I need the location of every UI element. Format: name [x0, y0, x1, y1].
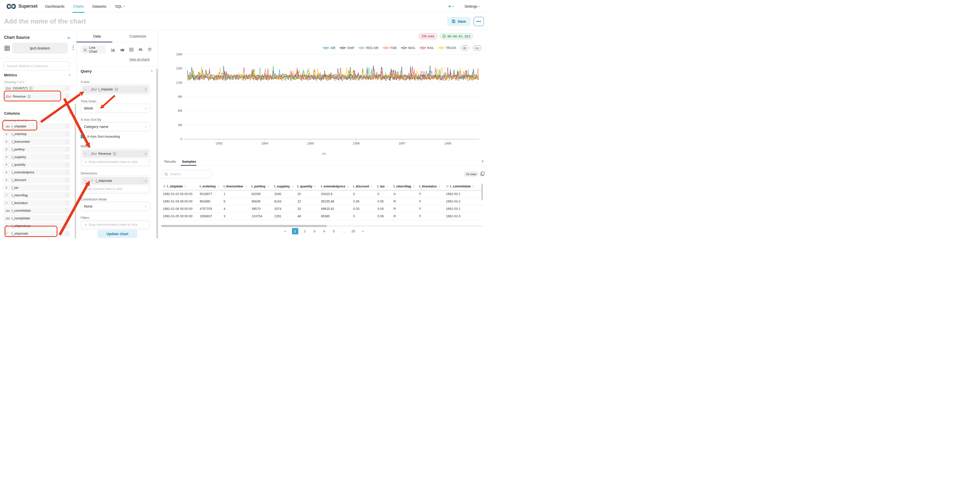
nav-item-sql[interactable]: SQL▾: [111, 0, 129, 13]
vscrollbar-thumb[interactable]: [481, 183, 483, 201]
page-20[interactable]: 20: [350, 228, 356, 235]
page-ellipsis[interactable]: …: [340, 228, 347, 235]
sort-by-select[interactable]: Category name ∨: [81, 122, 150, 131]
sort-icon[interactable]: [371, 185, 372, 188]
metrics-drop-zone[interactable]: + Drop columns/metrics here or click: [82, 159, 149, 165]
drag-handle-icon[interactable]: [66, 124, 68, 128]
table-header-l-returnflag[interactable]: l_returnflag: [392, 183, 418, 190]
column-item-l-returnflag[interactable]: ?l_returnflag: [3, 192, 70, 199]
drag-handle-icon[interactable]: [66, 209, 68, 213]
remove-icon[interactable]: ×: [82, 150, 89, 158]
drag-handle-icon[interactable]: [66, 140, 68, 144]
table-header-l-discount[interactable]: l_discount: [352, 183, 376, 190]
sort-icon[interactable]: [387, 185, 388, 188]
column-item-l-shipmode[interactable]: ?l_shipmode: [3, 230, 70, 237]
viz-type-line-chart[interactable]: Line Chart: [81, 45, 106, 54]
rows-count-badge[interactable]: 10k rows: [418, 33, 438, 39]
contribution-mode-select[interactable]: None ∨: [81, 202, 150, 211]
table-header-l-suppkey[interactable]: l_suppkey: [273, 183, 296, 190]
collapse-panel-icon[interactable]: ⇤: [68, 35, 71, 41]
drag-handle-icon[interactable]: [66, 231, 68, 236]
drag-handle-icon[interactable]: [66, 94, 68, 99]
viz-type-big-number[interactable]: 4k: [136, 48, 145, 51]
sort-icon[interactable]: [267, 185, 269, 188]
chevron-right-icon[interactable]: [142, 150, 149, 158]
remove-icon[interactable]: ×: [82, 177, 89, 185]
table-header-l-partkey[interactable]: l_partkey: [250, 183, 273, 190]
column-item-l-commitdate[interactable]: abcl_commitdate: [3, 207, 70, 214]
drag-handle-icon[interactable]: [66, 155, 68, 159]
gear-icon[interactable]: ⚙: [163, 184, 166, 188]
drag-handle-icon[interactable]: [66, 170, 68, 174]
dimensions-drop-zone[interactable]: Drop columns here or click: [82, 186, 149, 192]
drag-handle-icon[interactable]: [66, 193, 68, 198]
table-header-l-orderkey[interactable]: l_orderkey: [198, 183, 222, 190]
sort-icon[interactable]: [347, 185, 348, 188]
legend-item-air[interactable]: AIR: [323, 46, 335, 50]
remove-icon[interactable]: ×: [82, 86, 89, 93]
column-item-l-orderkey[interactable]: #l_orderkey: [3, 131, 70, 137]
sort-icon[interactable]: [245, 185, 247, 188]
legend-item-fob[interactable]: FOB: [383, 46, 396, 50]
legend-item-rail[interactable]: RAIL: [420, 46, 434, 50]
tab-data[interactable]: Data: [76, 30, 118, 42]
samples-table-wrap[interactable]: ⚙l_shipdatel_orderkeyl_linenumberl_partk…: [161, 183, 483, 224]
drag-handle-icon[interactable]: [66, 132, 68, 136]
table-header-l-linenumber[interactable]: l_linenumber: [222, 183, 250, 190]
tab-samples[interactable]: Samples: [182, 157, 196, 166]
sort-icon[interactable]: [185, 185, 186, 188]
legend-item-truck[interactable]: TRUCK: [438, 46, 456, 50]
update-chart-button[interactable]: Update chart: [97, 230, 137, 238]
drag-handle-icon[interactable]: [66, 163, 68, 167]
dimension-value-pill[interactable]: × ? l_shipmode: [82, 177, 149, 185]
more-options-button[interactable]: •••: [474, 17, 484, 26]
page-3[interactable]: 3: [311, 228, 318, 235]
tab-results[interactable]: Results: [164, 157, 176, 166]
legend-button-all[interactable]: All: [461, 45, 469, 50]
viz-type-table[interactable]: [127, 48, 136, 51]
metric-item-revenue[interactable]: ƒ(x)Revenue: [3, 93, 70, 100]
nav-item-charts[interactable]: Charts: [69, 0, 88, 13]
viz-type-pie-chart[interactable]: [145, 48, 154, 51]
column-item-l-discount[interactable]: #l_discount: [3, 177, 70, 183]
sort-icon[interactable]: [218, 185, 219, 188]
legend-item-reg-air[interactable]: REG AIR: [359, 46, 379, 50]
column-item-l-linestatus[interactable]: ?l_linestatus: [3, 200, 70, 206]
nav-item-datasets[interactable]: Datasets: [88, 0, 111, 13]
chevron-up-icon[interactable]: ∧: [151, 69, 153, 72]
time-grain-select[interactable]: Week ∨: [81, 104, 150, 113]
drag-handle-icon[interactable]: [66, 147, 68, 152]
control-panel-scrollbar[interactable]: [156, 69, 158, 238]
drag-handle-icon[interactable]: [66, 224, 68, 228]
drag-handle-icon[interactable]: [66, 201, 68, 205]
query-timer-badge[interactable]: 00:00:01.953: [440, 33, 473, 39]
sort-icon[interactable]: [438, 185, 440, 188]
column-item-l-suppkey[interactable]: #l_suppkey: [3, 154, 70, 160]
save-button[interactable]: Save: [447, 17, 471, 26]
column-item-l-receiptdate[interactable]: abcl_receiptdate: [3, 215, 70, 222]
panel-resize-handle[interactable]: [322, 152, 326, 155]
column-item-l-shipdate[interactable]: abcl_shipdate: [3, 123, 70, 130]
table-header-l-shipdate[interactable]: ⚙l_shipdate: [161, 183, 198, 190]
nav-item-dashboards[interactable]: Dashboards: [41, 0, 69, 13]
gear-icon[interactable]: ⚙: [446, 184, 449, 188]
sort-ascending-checkbox[interactable]: ✓: [81, 134, 85, 139]
table-header-l-extendedprice[interactable]: l_extendedprice: [320, 183, 352, 190]
page-prev[interactable]: «: [282, 228, 289, 235]
viz-type-bar-chart[interactable]: [109, 48, 118, 51]
viz-type-area-chart[interactable]: [118, 48, 127, 51]
drag-handle-icon[interactable]: [66, 186, 68, 190]
table-header-l-commitdate[interactable]: ⚙l_commitdate: [444, 183, 483, 190]
page-4[interactable]: 4: [321, 228, 328, 235]
column-item-l-quantity[interactable]: #l_quantity: [3, 161, 70, 168]
page-1[interactable]: 1: [292, 228, 298, 235]
chevron-right-icon[interactable]: [142, 86, 149, 93]
legend-button-inv[interactable]: Inv: [473, 45, 481, 50]
dataset-selector[interactable]: tpch.lineitem: [12, 43, 68, 54]
metric-item-count-[interactable]: ƒ(x)COUNT(*): [3, 85, 70, 92]
x-axis-value-pill[interactable]: × ƒ(x) l_shipdate: [82, 86, 149, 93]
column-item-l-shipinstruct[interactable]: ?l_shipinstruct: [3, 223, 70, 229]
view-all-charts-link[interactable]: View all charts: [129, 58, 150, 61]
column-item-l-partkey[interactable]: #l_partkey: [3, 146, 70, 153]
table-header-l-linestatus[interactable]: l_linestatus: [418, 183, 445, 190]
